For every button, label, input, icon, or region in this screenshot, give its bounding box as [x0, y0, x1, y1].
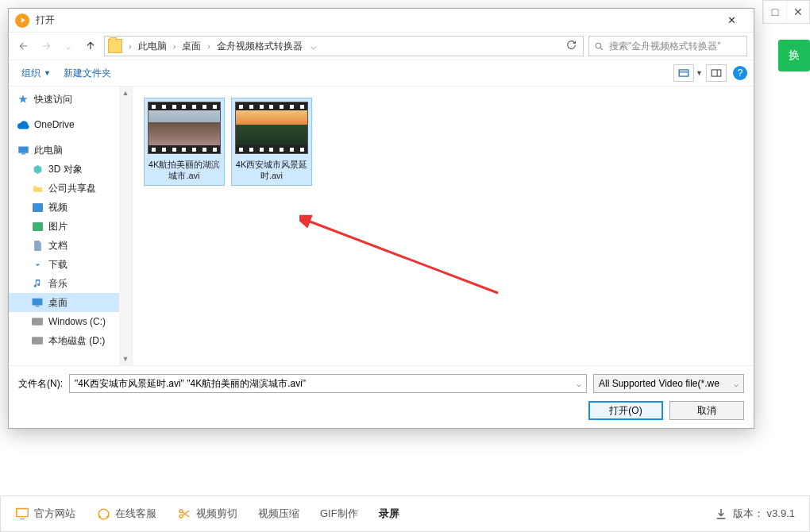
footer-support-link[interactable]: 在线客服: [96, 507, 156, 521]
drive-icon: [31, 315, 44, 328]
folder-icon: [31, 182, 44, 195]
refresh-icon[interactable]: [562, 40, 580, 52]
tree-item-downloads[interactable]: 下载: [9, 255, 132, 274]
tree-item-music[interactable]: 音乐: [9, 274, 132, 293]
footer-version[interactable]: 版本： v3.9.1: [714, 507, 795, 521]
file-open-dialog: 打开 ✕ ⌵ › 此电脑 › 桌面 › 金舟视频格式转换器 ⌵ 搜索: [8, 8, 754, 429]
chevron-right-icon: ›: [125, 41, 135, 51]
music-icon: [31, 277, 44, 290]
file-name: 4K西安城市风景延时.avi: [235, 159, 308, 182]
footer-gif-tab[interactable]: GIF制作: [320, 507, 358, 521]
svg-point-13: [98, 509, 109, 519]
footer-cut-tab[interactable]: 视频剪切: [177, 507, 237, 521]
desktop-icon: [31, 296, 44, 309]
tree-item-documents[interactable]: 文档: [9, 236, 132, 255]
drive-icon: [31, 334, 44, 347]
svg-rect-1: [679, 70, 688, 76]
video-icon: [31, 201, 44, 214]
tree-quick-access[interactable]: 快速访问: [9, 90, 132, 109]
download-icon: [31, 258, 44, 271]
svg-rect-6: [33, 222, 43, 231]
nav-row: ⌵ › 此电脑 › 桌面 › 金舟视频格式转换器 ⌵ 搜索"金舟视频格式转换器": [9, 33, 754, 60]
breadcrumb-p2[interactable]: 金舟视频格式转换器: [217, 40, 303, 53]
search-icon: [594, 41, 604, 52]
close-button[interactable]: ✕: [716, 11, 747, 30]
file-item[interactable]: 4K航拍美丽的湖滨城市.avi: [144, 98, 225, 186]
footer-compress-tab[interactable]: 视频压缩: [258, 507, 299, 521]
tree-this-pc[interactable]: 此电脑: [9, 141, 132, 160]
bg-close-icon[interactable]: ✕: [786, 1, 809, 23]
cancel-button[interactable]: 取消: [669, 401, 744, 420]
sidebar-scrollbar[interactable]: ▲ ▼: [119, 87, 132, 365]
svg-rect-5: [33, 203, 43, 212]
svg-point-0: [596, 43, 601, 48]
footer-site-link[interactable]: 官方网站: [15, 507, 75, 521]
bg-maximize-icon[interactable]: □: [763, 1, 786, 23]
svg-rect-9: [32, 318, 43, 325]
svg-rect-10: [32, 337, 43, 344]
dialog-footer: 文件名(N): "4K西安城市风景延时.avi" "4K航拍美丽的湖滨城市.av…: [9, 365, 754, 428]
download-icon: [714, 507, 728, 521]
tree-item-pictures[interactable]: 图片: [9, 217, 132, 236]
app-icon: [15, 13, 29, 28]
open-button[interactable]: 打开(O): [588, 401, 663, 420]
svg-rect-2: [712, 70, 721, 76]
preview-pane-button[interactable]: [706, 64, 727, 82]
doc-icon: [31, 239, 44, 252]
chevron-down-icon[interactable]: ⌵: [734, 380, 739, 388]
search-input[interactable]: 搜索"金舟视频格式转换器": [588, 36, 747, 56]
video-thumbnail-icon: [148, 102, 221, 154]
tree-item-videos[interactable]: 视频: [9, 198, 132, 217]
address-bar[interactable]: › 此电脑 › 桌面 › 金舟视频格式转换器 ⌵: [104, 36, 584, 56]
view-mode-button[interactable]: [673, 64, 694, 82]
monitor-icon: [15, 507, 29, 521]
organize-menu[interactable]: 组织▼: [15, 64, 57, 83]
pc-icon: [17, 144, 29, 156]
app-footer-bar: 官方网站 在线客服 视频剪切 视频压缩 GIF制作 录屏 版本： v3.9.1: [0, 495, 810, 532]
filename-input[interactable]: "4K西安城市风景延时.avi" "4K航拍美丽的湖滨城市.avi" ⌵: [69, 374, 587, 393]
file-type-filter[interactable]: All Supported Video file(*.we ⌵: [593, 374, 744, 393]
svg-point-14: [179, 510, 183, 513]
chevron-right-icon: ›: [204, 41, 214, 51]
scroll-up-icon[interactable]: ▲: [119, 87, 132, 99]
footer-record-tab[interactable]: 录屏: [379, 507, 399, 521]
tree-onedrive[interactable]: OneDrive: [9, 115, 132, 134]
tree-item-d-drive[interactable]: 本地磁盘 (D:): [9, 331, 132, 350]
file-list-area[interactable]: 4K航拍美丽的湖滨城市.avi 4K西安城市风景延时.avi: [133, 87, 754, 365]
svg-rect-12: [17, 508, 29, 516]
svg-line-11: [306, 220, 498, 293]
dialog-toolbar: 组织▼ 新建文件夹 ▼ ?: [9, 60, 754, 87]
star-icon: [17, 93, 29, 106]
cloud-icon: [17, 118, 29, 131]
svg-point-15: [179, 515, 183, 518]
search-placeholder: 搜索"金舟视频格式转换器": [609, 40, 721, 53]
file-item[interactable]: 4K西安城市风景延时.avi: [231, 98, 312, 186]
svg-rect-3: [18, 146, 29, 152]
tree-item-3d[interactable]: 3D 对象: [9, 160, 132, 179]
breadcrumb-p1[interactable]: 桌面: [182, 40, 201, 53]
view-dropdown-icon[interactable]: ▼: [696, 69, 703, 77]
svg-rect-4: [21, 153, 25, 154]
folder-icon: [108, 39, 122, 53]
nav-history-icon[interactable]: ⌵: [60, 37, 77, 55]
dialog-titlebar: 打开 ✕: [9, 9, 754, 33]
breadcrumb-root[interactable]: 此电脑: [138, 40, 167, 53]
headset-icon: [96, 507, 110, 521]
tree-item-desktop[interactable]: 桌面: [9, 293, 132, 312]
tree-item-share[interactable]: 公司共享盘: [9, 179, 132, 198]
address-dropdown-icon[interactable]: ⌵: [306, 40, 321, 52]
new-folder-button[interactable]: 新建文件夹: [57, 64, 118, 83]
dialog-body: 快速访问 OneDrive 此电脑 3D 对象 公司共享盘 视频 图片 文档 下…: [9, 87, 754, 365]
nav-back-icon[interactable]: [15, 37, 33, 55]
scroll-down-icon[interactable]: ▼: [119, 353, 132, 365]
scissors-icon: [177, 507, 191, 521]
video-thumbnail-icon: [235, 102, 308, 154]
help-button[interactable]: ?: [733, 66, 747, 80]
svg-rect-7: [33, 299, 43, 306]
tree-item-c-drive[interactable]: Windows (C:): [9, 312, 132, 331]
bg-convert-button[interactable]: 换: [778, 40, 810, 71]
chevron-right-icon: ›: [170, 41, 179, 51]
chevron-down-icon[interactable]: ⌵: [577, 380, 581, 388]
nav-up-icon[interactable]: [82, 37, 99, 55]
dialog-title: 打开: [36, 13, 716, 27]
